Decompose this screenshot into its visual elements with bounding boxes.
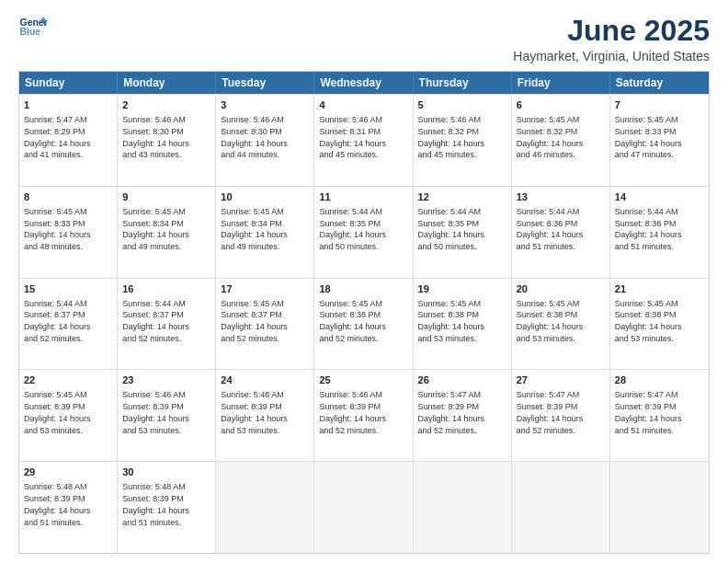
calendar-cell <box>414 462 512 553</box>
calendar-cell: 15Sunrise: 5:44 AMSunset: 8:37 PMDayligh… <box>19 279 118 370</box>
cell-info: Sunrise: 5:46 AMSunset: 8:39 PMDaylight:… <box>221 390 288 434</box>
cell-info: Sunrise: 5:44 AMSunset: 8:37 PMDaylight:… <box>122 299 189 343</box>
day-number: 13 <box>517 190 605 204</box>
day-number: 27 <box>517 373 605 387</box>
day-number: 28 <box>615 373 704 387</box>
cell-info: Sunrise: 5:48 AMSunset: 8:39 PMDaylight:… <box>122 482 189 526</box>
cell-info: Sunrise: 5:46 AMSunset: 8:32 PMDaylight:… <box>418 115 485 159</box>
calendar-cell: 5Sunrise: 5:46 AMSunset: 8:32 PMDaylight… <box>414 95 512 186</box>
day-number: 8 <box>24 190 112 204</box>
day-number: 26 <box>418 373 506 387</box>
calendar-cell: 19Sunrise: 5:45 AMSunset: 8:38 PMDayligh… <box>414 279 512 370</box>
calendar-cell: 8Sunrise: 5:45 AMSunset: 8:33 PMDaylight… <box>19 187 118 278</box>
calendar-cell: 16Sunrise: 5:44 AMSunset: 8:37 PMDayligh… <box>118 279 216 370</box>
header-saturday: Saturday <box>610 72 709 94</box>
cell-info: Sunrise: 5:48 AMSunset: 8:39 PMDaylight:… <box>24 482 91 526</box>
cell-info: Sunrise: 5:44 AMSunset: 8:36 PMDaylight:… <box>615 207 682 251</box>
calendar-cell: 18Sunrise: 5:45 AMSunset: 8:38 PMDayligh… <box>314 279 413 370</box>
day-number: 19 <box>418 282 506 296</box>
day-number: 2 <box>122 98 210 112</box>
day-number: 15 <box>24 282 112 296</box>
cell-info: Sunrise: 5:47 AMSunset: 8:39 PMDaylight:… <box>615 390 682 434</box>
calendar-row-4: 22Sunrise: 5:45 AMSunset: 8:39 PMDayligh… <box>19 369 709 461</box>
cell-info: Sunrise: 5:45 AMSunset: 8:34 PMDaylight:… <box>122 207 189 251</box>
day-number: 16 <box>122 282 210 296</box>
calendar-cell: 7Sunrise: 5:45 AMSunset: 8:33 PMDaylight… <box>610 95 709 186</box>
day-number: 4 <box>319 98 407 112</box>
header-wednesday: Wednesday <box>314 72 413 94</box>
cell-info: Sunrise: 5:45 AMSunset: 8:33 PMDaylight:… <box>24 207 91 251</box>
cell-info: Sunrise: 5:47 AMSunset: 8:39 PMDaylight:… <box>517 390 584 434</box>
cell-info: Sunrise: 5:45 AMSunset: 8:37 PMDaylight:… <box>221 299 288 343</box>
cell-info: Sunrise: 5:47 AMSunset: 8:39 PMDaylight:… <box>418 390 485 434</box>
header-monday: Monday <box>118 72 216 94</box>
calendar-cell: 24Sunrise: 5:46 AMSunset: 8:39 PMDayligh… <box>216 370 314 461</box>
calendar-cell: 1Sunrise: 5:47 AMSunset: 8:29 PMDaylight… <box>19 95 118 186</box>
day-number: 6 <box>517 98 605 112</box>
calendar-cell: 26Sunrise: 5:47 AMSunset: 8:39 PMDayligh… <box>414 370 512 461</box>
calendar-cell: 2Sunrise: 5:46 AMSunset: 8:30 PMDaylight… <box>118 95 216 186</box>
header-thursday: Thursday <box>414 72 512 94</box>
calendar-cell: 12Sunrise: 5:44 AMSunset: 8:35 PMDayligh… <box>414 187 512 278</box>
day-number: 29 <box>24 465 112 479</box>
header: General Blue June 2025 Haymarket, Virgin… <box>18 15 710 63</box>
cell-info: Sunrise: 5:45 AMSunset: 8:38 PMDaylight:… <box>517 299 584 343</box>
logo-icon: General Blue <box>18 15 48 40</box>
header-sunday: Sunday <box>19 72 118 94</box>
header-friday: Friday <box>512 72 610 94</box>
calendar-cell: 14Sunrise: 5:44 AMSunset: 8:36 PMDayligh… <box>610 187 709 278</box>
calendar-row-5: 29Sunrise: 5:48 AMSunset: 8:39 PMDayligh… <box>19 461 709 553</box>
svg-text:Blue: Blue <box>20 27 41 37</box>
calendar-cell: 27Sunrise: 5:47 AMSunset: 8:39 PMDayligh… <box>512 370 610 461</box>
cell-info: Sunrise: 5:46 AMSunset: 8:39 PMDaylight:… <box>319 390 386 434</box>
calendar-cell: 4Sunrise: 5:46 AMSunset: 8:31 PMDaylight… <box>314 95 413 186</box>
day-number: 7 <box>615 98 704 112</box>
day-number: 23 <box>122 373 210 387</box>
cell-info: Sunrise: 5:45 AMSunset: 8:38 PMDaylight:… <box>319 299 386 343</box>
cell-info: Sunrise: 5:47 AMSunset: 8:29 PMDaylight:… <box>24 115 91 159</box>
day-number: 18 <box>319 282 407 296</box>
cell-info: Sunrise: 5:45 AMSunset: 8:38 PMDaylight:… <box>615 299 682 343</box>
calendar-body: 1Sunrise: 5:47 AMSunset: 8:29 PMDaylight… <box>19 94 709 553</box>
day-number: 12 <box>418 190 506 204</box>
calendar-cell: 29Sunrise: 5:48 AMSunset: 8:39 PMDayligh… <box>19 462 118 553</box>
calendar-cell: 30Sunrise: 5:48 AMSunset: 8:39 PMDayligh… <box>118 462 216 553</box>
calendar-cell: 23Sunrise: 5:46 AMSunset: 8:39 PMDayligh… <box>118 370 216 461</box>
calendar-cell: 6Sunrise: 5:45 AMSunset: 8:32 PMDaylight… <box>512 95 610 186</box>
day-number: 25 <box>319 373 407 387</box>
day-number: 3 <box>221 98 309 112</box>
calendar-header: Sunday Monday Tuesday Wednesday Thursday… <box>19 72 709 94</box>
cell-info: Sunrise: 5:45 AMSunset: 8:38 PMDaylight:… <box>418 299 485 343</box>
day-number: 30 <box>122 465 210 479</box>
cell-info: Sunrise: 5:45 AMSunset: 8:39 PMDaylight:… <box>24 390 91 434</box>
cell-info: Sunrise: 5:46 AMSunset: 8:30 PMDaylight:… <box>221 115 288 159</box>
cell-info: Sunrise: 5:44 AMSunset: 8:37 PMDaylight:… <box>24 299 91 343</box>
day-number: 14 <box>615 190 704 204</box>
calendar-cell: 3Sunrise: 5:46 AMSunset: 8:30 PMDaylight… <box>216 95 314 186</box>
header-tuesday: Tuesday <box>216 72 314 94</box>
calendar-cell: 25Sunrise: 5:46 AMSunset: 8:39 PMDayligh… <box>314 370 413 461</box>
calendar-row-2: 8Sunrise: 5:45 AMSunset: 8:33 PMDaylight… <box>19 186 709 278</box>
cell-info: Sunrise: 5:44 AMSunset: 8:36 PMDaylight:… <box>517 207 584 251</box>
calendar-cell: 22Sunrise: 5:45 AMSunset: 8:39 PMDayligh… <box>19 370 118 461</box>
calendar-cell: 17Sunrise: 5:45 AMSunset: 8:37 PMDayligh… <box>216 279 314 370</box>
calendar: Sunday Monday Tuesday Wednesday Thursday… <box>18 71 710 554</box>
cell-info: Sunrise: 5:46 AMSunset: 8:31 PMDaylight:… <box>319 115 386 159</box>
calendar-cell <box>314 462 413 553</box>
day-number: 24 <box>221 373 309 387</box>
day-number: 21 <box>615 282 704 296</box>
cell-info: Sunrise: 5:46 AMSunset: 8:39 PMDaylight:… <box>122 390 189 434</box>
day-number: 17 <box>221 282 309 296</box>
cell-info: Sunrise: 5:44 AMSunset: 8:35 PMDaylight:… <box>418 207 485 251</box>
logo: General Blue <box>18 15 48 40</box>
cell-info: Sunrise: 5:45 AMSunset: 8:33 PMDaylight:… <box>615 115 682 159</box>
subtitle: Haymarket, Virginia, United States <box>513 49 710 63</box>
calendar-cell <box>512 462 610 553</box>
calendar-cell <box>216 462 314 553</box>
day-number: 1 <box>24 98 112 112</box>
day-number: 5 <box>418 98 506 112</box>
calendar-row-1: 1Sunrise: 5:47 AMSunset: 8:29 PMDaylight… <box>19 94 709 186</box>
calendar-row-3: 15Sunrise: 5:44 AMSunset: 8:37 PMDayligh… <box>19 278 709 370</box>
calendar-cell: 21Sunrise: 5:45 AMSunset: 8:38 PMDayligh… <box>610 279 709 370</box>
calendar-cell <box>610 462 709 553</box>
